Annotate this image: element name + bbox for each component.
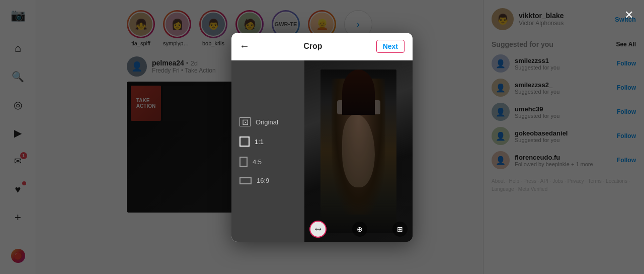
crop-location-button[interactable]: ⊕ bbox=[352, 222, 367, 237]
crop-option-original[interactable]: ⊡ Original bbox=[239, 117, 296, 126]
crop-option-original-label: Original bbox=[256, 118, 278, 126]
crop-toolbar: ⤢ ⊕ ⊞ bbox=[304, 221, 413, 238]
modal-overlay: ✕ ← Crop Next ⊡ Original 1:1 bbox=[0, 0, 644, 274]
crop-option-45[interactable]: 4:5 bbox=[239, 157, 296, 167]
expand-icon: ⤢ bbox=[312, 223, 324, 235]
original-icon: ⊡ bbox=[239, 117, 251, 126]
crop-option-11[interactable]: 1:1 bbox=[239, 136, 296, 147]
crop-option-169-label: 16:9 bbox=[257, 177, 269, 184]
ratio-11-icon bbox=[239, 136, 250, 147]
ratio-169-icon bbox=[239, 177, 252, 184]
crop-back-button[interactable]: ← bbox=[239, 40, 250, 52]
crop-option-169[interactable]: 16:9 bbox=[239, 177, 296, 184]
close-icon: ✕ bbox=[624, 9, 633, 22]
crop-image-area: ⤢ ⊕ ⊞ bbox=[304, 60, 413, 242]
crop-option-45-label: 4:5 bbox=[253, 158, 262, 166]
close-button[interactable]: ✕ bbox=[621, 7, 637, 23]
crop-modal: ← Crop Next ⊡ Original 1:1 4:5 bbox=[231, 33, 413, 242]
crop-layout-button[interactable]: ⊞ bbox=[392, 222, 408, 237]
crop-expand-button[interactable]: ⤢ bbox=[309, 221, 327, 238]
crop-options-panel: ⊡ Original 1:1 4:5 16:9 bbox=[231, 60, 304, 242]
crop-body: ⊡ Original 1:1 4:5 16:9 bbox=[231, 60, 413, 242]
ratio-45-icon bbox=[239, 157, 248, 167]
crop-title: Crop bbox=[303, 42, 322, 51]
crop-header: ← Crop Next bbox=[231, 33, 413, 60]
location-icon: ⊕ bbox=[357, 225, 363, 233]
crop-option-11-label: 1:1 bbox=[255, 138, 264, 146]
layout-icon: ⊞ bbox=[397, 225, 403, 233]
crop-next-button[interactable]: Next bbox=[376, 40, 405, 53]
crop-photo bbox=[304, 60, 413, 242]
back-arrow-icon: ← bbox=[239, 40, 250, 52]
